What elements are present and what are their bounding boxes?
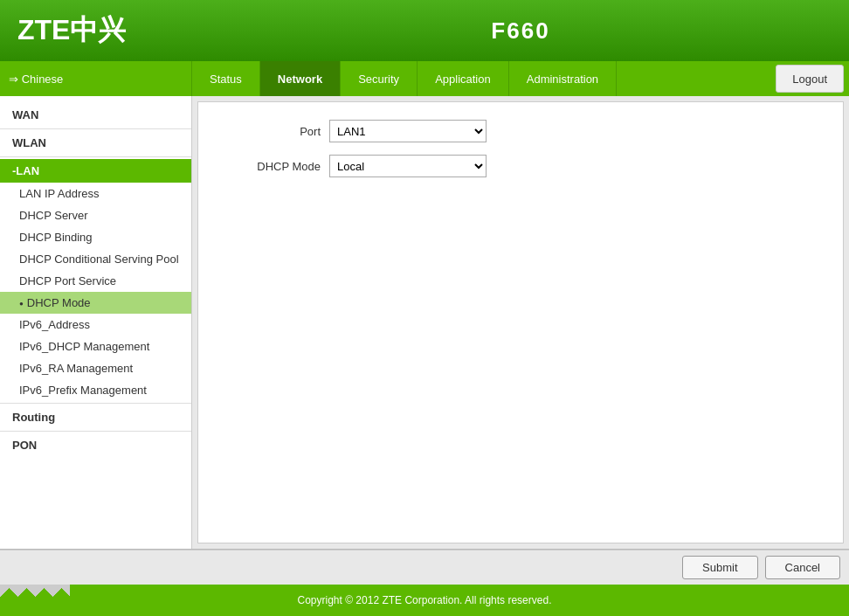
sidebar-item-wlan[interactable]: WLAN <box>0 131 191 155</box>
page-content: Port LAN1 LAN2 LAN3 LAN4 DHCP Mode Local… <box>197 101 844 543</box>
sidebar-item-dhcp-conditional[interactable]: DHCP Conditional Serving Pool <box>0 248 191 270</box>
sidebar-item-ipv6-address[interactable]: IPv6_Address <box>0 314 191 336</box>
logo: ZTE中兴 <box>17 11 126 50</box>
sidebar-item-dhcp-mode[interactable]: DHCP Mode <box>0 292 191 314</box>
tab-status[interactable]: Status <box>192 61 260 96</box>
sidebar-item-wan[interactable]: WAN <box>0 103 191 127</box>
footer-area: Submit Cancel <box>0 550 849 585</box>
sidebar-divider-4 <box>0 431 191 432</box>
sidebar-item-ipv6-prefix[interactable]: IPv6_Prefix Management <box>0 379 191 401</box>
cancel-button[interactable]: Cancel <box>765 556 840 579</box>
sidebar-item-pon[interactable]: PON <box>0 433 191 457</box>
tab-application[interactable]: Application <box>418 61 509 96</box>
tab-security[interactable]: Security <box>341 61 418 96</box>
sidebar-item-lan[interactable]: -LAN <box>0 159 191 183</box>
main-content: WAN WLAN -LAN LAN IP Address DHCP Server… <box>0 96 849 549</box>
copyright-text: Copyright © 2012 ZTE Corporation. All ri… <box>298 594 552 606</box>
nav-tabs: Status Network Security Application Admi… <box>192 61 776 96</box>
footer-wrapper: Submit Cancel Copyright © 2012 ZTE Corpo… <box>0 549 849 616</box>
copyright-bar: Copyright © 2012 ZTE Corporation. All ri… <box>0 585 849 616</box>
sidebar-item-ipv6-dhcp[interactable]: IPv6_DHCP Management <box>0 336 191 357</box>
language-switcher[interactable]: ⇒ Chinese <box>0 61 192 96</box>
language-arrow-icon: ⇒ <box>9 73 18 86</box>
sidebar-item-ipv6-ra[interactable]: IPv6_RA Management <box>0 357 191 379</box>
logo-area: ZTE中兴 <box>0 11 192 50</box>
port-row: Port LAN1 LAN2 LAN3 LAN4 <box>216 120 825 142</box>
sidebar: WAN WLAN -LAN LAN IP Address DHCP Server… <box>0 96 192 549</box>
port-select[interactable]: LAN1 LAN2 LAN3 LAN4 <box>329 120 487 142</box>
model-name: F660 <box>192 17 849 45</box>
sidebar-item-dhcp-server[interactable]: DHCP Server <box>0 204 191 226</box>
sidebar-item-dhcp-port[interactable]: DHCP Port Service <box>0 270 191 292</box>
port-label: Port <box>216 125 321 138</box>
tab-administration[interactable]: Administration <box>509 61 617 96</box>
language-label: Chinese <box>22 73 64 86</box>
logout-button[interactable]: Logout <box>776 65 844 93</box>
sidebar-item-lan-ip[interactable]: LAN IP Address <box>0 183 191 204</box>
tab-network[interactable]: Network <box>260 61 341 96</box>
dhcp-mode-row: DHCP Mode Local Server Relay None <box>216 155 825 177</box>
dhcp-mode-label: DHCP Mode <box>216 160 321 173</box>
sidebar-item-dhcp-binding[interactable]: DHCP Binding <box>0 226 191 248</box>
submit-button[interactable]: Submit <box>682 556 757 579</box>
sidebar-divider-3 <box>0 403 191 404</box>
header: ZTE中兴 F660 <box>0 0 849 61</box>
dhcp-mode-select[interactable]: Local Server Relay None <box>329 155 487 177</box>
navbar: ⇒ Chinese Status Network Security Applic… <box>0 61 849 96</box>
sidebar-divider-2 <box>0 156 191 157</box>
sidebar-divider-1 <box>0 128 191 129</box>
sidebar-item-routing[interactable]: Routing <box>0 405 191 429</box>
